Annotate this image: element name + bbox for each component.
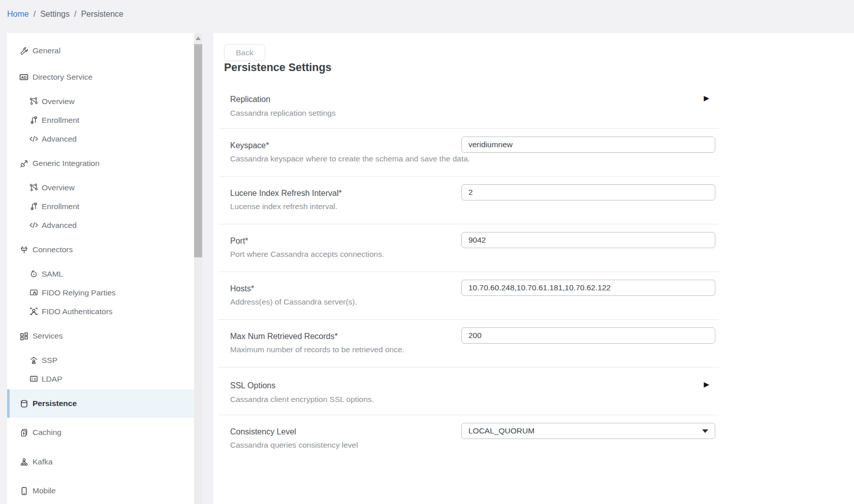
sidebar-scrollbar-thumb[interactable]: [194, 44, 202, 257]
scrollbar-up-arrow-icon[interactable]: [196, 37, 201, 40]
sidebar-item-services[interactable]: Services: [7, 326, 194, 346]
breadcrumb-persistence: Persistence: [81, 10, 123, 18]
sidebar-item-label: Overview: [42, 183, 75, 192]
kafka-icon: [19, 457, 29, 467]
sidebar-item-overview-1[interactable]: Overview: [7, 92, 194, 111]
consistency-level-value: LOCAL_QUORUM: [468, 426, 534, 435]
form-row-lucene-index-refresh-interval: Lucene Index Refresh Interval* Lucense i…: [218, 177, 719, 224]
sidebar-item-fido-authenticators[interactable]: FIDO Authenticators: [7, 302, 194, 321]
sidebar-item-label: General: [33, 46, 60, 55]
sidebar-item-persistence[interactable]: Persistence: [7, 389, 194, 418]
fido-authenticators-icon: [28, 307, 39, 317]
field-description: Cassandra keyspace where to create the s…: [230, 154, 470, 163]
connectors-plug-icon: [19, 245, 29, 255]
expand-right-triangle-icon[interactable]: ▶: [704, 94, 709, 102]
sidebar-item-label: Enrollment: [42, 116, 79, 125]
sidebar-item-enrollment-1[interactable]: Enrollment: [7, 111, 194, 129]
sidebar-item-general[interactable]: General: [7, 41, 194, 60]
field-description: Address(es) of Cassandra server(s).: [230, 297, 357, 307]
sidebar-item-ldap[interactable]: LDAP: [7, 369, 194, 388]
form-row-port: Port* Port where Cassandra accepts conne…: [218, 224, 719, 272]
sidebar-item-label: FIDO Authenticators: [42, 307, 113, 316]
field-label: Max Num Retrieved Records*: [230, 332, 338, 341]
sidebar-item-label: Advanced: [42, 221, 77, 230]
field-description: Lucense index refresh interval.: [230, 202, 337, 211]
sidebar-item-label: Kafka: [33, 457, 53, 466]
form-row-hosts: Hosts* Address(es) of Cassandra server(s…: [218, 272, 719, 320]
ldap-card-icon: [28, 374, 39, 384]
persistence-settings-form: Replication Cassandra replication settin…: [218, 81, 719, 463]
sidebar-item-label: Directory Service: [33, 73, 92, 82]
field-description: Maximum number of records to be retrieve…: [230, 345, 404, 354]
dropdown-caret-icon: [702, 429, 708, 433]
sidebar-item-ssp[interactable]: SSP: [7, 351, 194, 369]
sidebar-item-label: FIDO Relying Parties: [42, 288, 116, 297]
hosts-input[interactable]: [461, 280, 715, 296]
services-grid-icon: [19, 331, 29, 341]
sidebar-scrollbar-track[interactable]: [194, 33, 202, 504]
field-description: Cassandra client encryption SSL options.: [230, 395, 374, 404]
back-button[interactable]: Back: [224, 44, 265, 61]
field-description: Port where Cassandra accepts connections…: [230, 250, 384, 259]
svg-text:AD: AD: [21, 75, 27, 80]
field-label: Consistency Level: [230, 427, 296, 436]
sidebar-item-saml[interactable]: SAML: [7, 264, 194, 283]
caching-icon: [19, 427, 29, 438]
persistence-database-icon: [19, 398, 29, 409]
sidebar-item-generic-integration[interactable]: Generic Integration: [7, 154, 194, 173]
sidebar-item-label: Connectors: [33, 245, 73, 254]
form-row-consistency-level: Consistency Level Cassandra queries cons…: [218, 415, 719, 463]
sidebar-item-advanced-1[interactable]: Advanced: [7, 129, 194, 148]
overview-graph-icon: [28, 183, 39, 193]
breadcrumb-settings: Settings: [40, 10, 70, 18]
lucene-index-refresh-interval-input[interactable]: [461, 184, 715, 200]
form-row-replication: Replication Cassandra replication settin…: [218, 81, 719, 129]
sidebar-item-label: Caching: [33, 428, 61, 437]
sidebar-item-advanced-2[interactable]: Advanced: [7, 216, 194, 234]
consistency-level-select[interactable]: LOCAL_QUORUM: [461, 423, 715, 439]
sidebar-item-connectors[interactable]: Connectors: [7, 240, 194, 259]
sidebar-item-label: LDAP: [42, 375, 62, 384]
integration-plug-icon: [19, 158, 29, 169]
field-label: Replication: [230, 95, 270, 104]
form-row-max-num-retrieved-records: Max Num Retrieved Records* Maximum numbe…: [218, 320, 719, 367]
sidebar-item-label: Persistence: [33, 399, 77, 408]
code-icon: [28, 220, 39, 230]
page-title: Persistence Settings: [224, 61, 332, 74]
field-description: Cassandra queries consistency level: [230, 441, 358, 450]
mobile-phone-icon: [19, 486, 29, 496]
code-icon: [28, 134, 39, 144]
port-input[interactable]: [461, 232, 715, 248]
form-row-ssl-options: SSL Options Cassandra client encryption …: [218, 367, 719, 415]
persistence-settings-panel: Back Persistence Settings Replication Ca…: [213, 33, 854, 504]
saml-icon: [28, 269, 39, 279]
field-label: SSL Options: [230, 381, 275, 390]
sidebar-item-label: Overview: [42, 97, 75, 106]
field-label: Port*: [230, 237, 248, 246]
ssp-icon: [28, 355, 39, 365]
breadcrumb-separator: /: [34, 10, 36, 18]
sidebar-item-label: Generic Integration: [33, 159, 100, 168]
sidebar-item-overview-2[interactable]: Overview: [7, 178, 194, 197]
enrollment-icon: [28, 201, 39, 212]
expand-right-triangle-icon[interactable]: ▶: [704, 381, 709, 388]
sidebar-item-fido-relying-parties[interactable]: FIDO Relying Parties: [7, 283, 194, 302]
settings-sidebar: General AD Directory Service Overview En…: [7, 33, 194, 504]
directory-service-icon: AD: [19, 72, 29, 82]
max-num-retrieved-records-input[interactable]: [461, 327, 715, 344]
field-label: Lucene Index Refresh Interval*: [230, 189, 342, 198]
sidebar-item-caching[interactable]: Caching: [7, 423, 194, 442]
sidebar-item-mobile[interactable]: Mobile: [7, 481, 194, 500]
keyspace-input[interactable]: [461, 137, 715, 153]
sidebar-item-directory-service[interactable]: AD Directory Service: [7, 68, 194, 87]
breadcrumb-separator: /: [74, 10, 76, 18]
wrench-icon: [19, 46, 29, 56]
breadcrumb-home-link[interactable]: Home: [7, 10, 29, 18]
breadcrumb: Home/Settings/Persistence: [7, 10, 123, 19]
sidebar-item-label: Services: [33, 331, 62, 341]
sidebar-item-enrollment-2[interactable]: Enrollment: [7, 197, 194, 216]
field-description: Cassandra replication settings: [230, 109, 336, 118]
fido-relying-parties-icon: [28, 288, 39, 298]
sidebar-item-kafka[interactable]: Kafka: [7, 452, 194, 472]
field-label: Keyspace*: [230, 141, 269, 150]
